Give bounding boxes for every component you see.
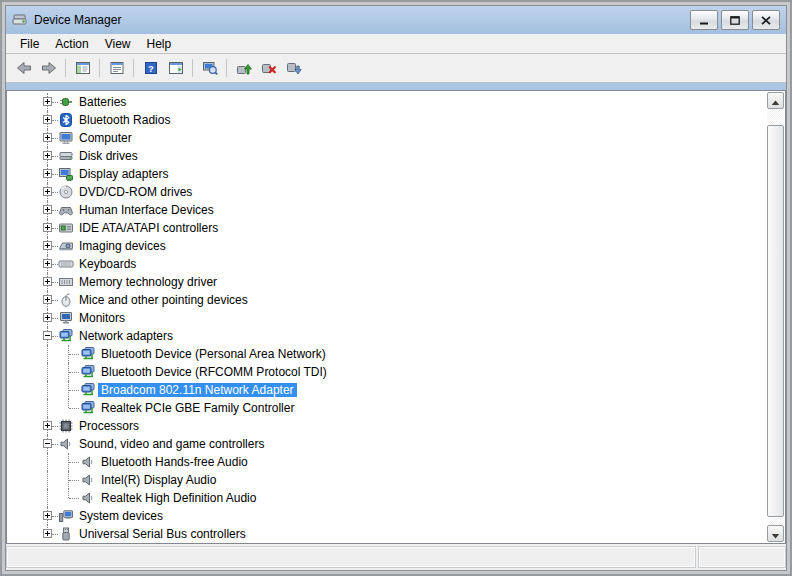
- expand-toggle[interactable]: [43, 241, 52, 250]
- tree-item-label[interactable]: Monitors: [76, 311, 128, 325]
- tree-item[interactable]: Broadcom 802.11n Network Adapter: [7, 381, 768, 399]
- console-tree-icon: [75, 60, 91, 76]
- menu-action[interactable]: Action: [47, 35, 96, 53]
- tree-item-label[interactable]: Bluetooth Device (Personal Area Network): [98, 347, 329, 361]
- tree-item-label[interactable]: Intel(R) Display Audio: [98, 473, 219, 487]
- tree-item-label[interactable]: Bluetooth Radios: [76, 113, 173, 127]
- tree-item[interactable]: Batteries: [7, 93, 768, 111]
- update-driver-icon: [236, 60, 252, 76]
- tree-item[interactable]: Human Interface Devices: [7, 201, 768, 219]
- uninstall-device-button[interactable]: [256, 56, 281, 80]
- expand-toggle[interactable]: [43, 151, 52, 160]
- collapse-toggle[interactable]: [43, 331, 52, 340]
- maximize-button[interactable]: [721, 10, 749, 30]
- tree-item-label[interactable]: Human Interface Devices: [76, 203, 217, 217]
- tree-item-label[interactable]: Realtek PCIe GBE Family Controller: [98, 401, 297, 415]
- tree-item-label[interactable]: Network adapters: [76, 329, 176, 343]
- tree-connector: [47, 453, 48, 471]
- forward-button[interactable]: [36, 56, 61, 80]
- tree-item-label[interactable]: DVD/CD-ROM drives: [76, 185, 195, 199]
- expand-toggle[interactable]: [43, 205, 52, 214]
- tree-item[interactable]: Bluetooth Radios: [7, 111, 768, 129]
- tree-item[interactable]: Monitors: [7, 309, 768, 327]
- expand-toggle[interactable]: [43, 115, 52, 124]
- tree-item[interactable]: Realtek High Definition Audio: [7, 489, 768, 507]
- menu-view[interactable]: View: [97, 35, 139, 53]
- scrollbar-thumb[interactable]: [767, 125, 784, 517]
- help-button[interactable]: ?: [138, 56, 163, 80]
- tree-connector: [69, 390, 79, 391]
- tree-item[interactable]: Universal Serial Bus controllers: [7, 525, 768, 543]
- tree-item-label[interactable]: Processors: [76, 419, 142, 433]
- tree-item-label[interactable]: Imaging devices: [76, 239, 169, 253]
- tree-connector: [47, 489, 48, 507]
- network-adapter-icon: [80, 382, 96, 398]
- tree-item-label[interactable]: Universal Serial Bus controllers: [76, 527, 249, 541]
- tree-item[interactable]: Bluetooth Device (Personal Area Network): [7, 345, 768, 363]
- menu-help[interactable]: Help: [139, 35, 180, 53]
- scan-hardware-button[interactable]: [197, 56, 222, 80]
- tree-item-label[interactable]: Memory technology driver: [76, 275, 220, 289]
- menu-file[interactable]: File: [12, 35, 47, 53]
- minimize-button[interactable]: [690, 10, 718, 30]
- tree-item-label[interactable]: Sound, video and game controllers: [76, 437, 267, 451]
- computer-icon: [58, 130, 74, 146]
- tree-item[interactable]: Realtek PCIe GBE Family Controller: [7, 399, 768, 417]
- audio-icon: [58, 436, 74, 452]
- tree-item-label[interactable]: Computer: [76, 131, 135, 145]
- tree-item[interactable]: Network adapters: [7, 327, 768, 345]
- monitor-icon: [58, 310, 74, 326]
- audio-icon: [80, 454, 96, 470]
- tree-item-label[interactable]: System devices: [76, 509, 166, 523]
- tree-item[interactable]: Processors: [7, 417, 768, 435]
- expand-toggle[interactable]: [43, 277, 52, 286]
- expand-toggle[interactable]: [43, 97, 52, 106]
- tree-item-label[interactable]: Keyboards: [76, 257, 139, 271]
- tree-item[interactable]: Bluetooth Device (RFCOMM Protocol TDI): [7, 363, 768, 381]
- tree-item[interactable]: IDE ATA/ATAPI controllers: [7, 219, 768, 237]
- scroll-down-button[interactable]: [767, 525, 784, 542]
- tree-item[interactable]: Sound, video and game controllers: [7, 435, 768, 453]
- tree-item[interactable]: Memory technology driver: [7, 273, 768, 291]
- action-pane-button[interactable]: [163, 56, 188, 80]
- update-driver-button[interactable]: [231, 56, 256, 80]
- tree-item-label[interactable]: Disk drives: [76, 149, 141, 163]
- expand-toggle[interactable]: [43, 133, 52, 142]
- disable-device-button[interactable]: [281, 56, 306, 80]
- properties-button[interactable]: [104, 56, 129, 80]
- expand-toggle[interactable]: [43, 511, 52, 520]
- tree-item-label[interactable]: Mice and other pointing devices: [76, 293, 251, 307]
- expand-toggle[interactable]: [43, 421, 52, 430]
- tree-item[interactable]: System devices: [7, 507, 768, 525]
- close-button[interactable]: [752, 10, 780, 30]
- device-manager-window: Device Manager FileActionViewHelp ? Batt…: [0, 0, 792, 576]
- tree-item[interactable]: Keyboards: [7, 255, 768, 273]
- tree-item-label[interactable]: Realtek High Definition Audio: [98, 491, 259, 505]
- back-button[interactable]: [11, 56, 36, 80]
- expand-toggle[interactable]: [43, 169, 52, 178]
- console-tree-button[interactable]: [70, 56, 95, 80]
- tree-item-label[interactable]: Broadcom 802.11n Network Adapter: [98, 383, 297, 397]
- tree-item[interactable]: Disk drives: [7, 147, 768, 165]
- tree-item-label[interactable]: Bluetooth Device (RFCOMM Protocol TDI): [98, 365, 330, 379]
- tree-item[interactable]: Bluetooth Hands-free Audio: [7, 453, 768, 471]
- tree-item[interactable]: Mice and other pointing devices: [7, 291, 768, 309]
- tree-item[interactable]: Computer: [7, 129, 768, 147]
- tree-item[interactable]: Display adapters: [7, 165, 768, 183]
- tree-item[interactable]: Intel(R) Display Audio: [7, 471, 768, 489]
- tree-item-label[interactable]: Batteries: [76, 95, 129, 109]
- expand-toggle[interactable]: [43, 223, 52, 232]
- tree-item[interactable]: Imaging devices: [7, 237, 768, 255]
- expand-toggle[interactable]: [43, 529, 52, 538]
- scroll-up-button[interactable]: [767, 92, 784, 109]
- expand-toggle[interactable]: [43, 313, 52, 322]
- tree-item-label[interactable]: Bluetooth Hands-free Audio: [98, 455, 251, 469]
- tree-item-label[interactable]: IDE ATA/ATAPI controllers: [76, 221, 221, 235]
- tree-item-label[interactable]: Display adapters: [76, 167, 171, 181]
- vertical-scrollbar[interactable]: [767, 92, 784, 542]
- expand-toggle[interactable]: [43, 187, 52, 196]
- tree-item[interactable]: DVD/CD-ROM drives: [7, 183, 768, 201]
- expand-toggle[interactable]: [43, 295, 52, 304]
- collapse-toggle[interactable]: [43, 439, 52, 448]
- expand-toggle[interactable]: [43, 259, 52, 268]
